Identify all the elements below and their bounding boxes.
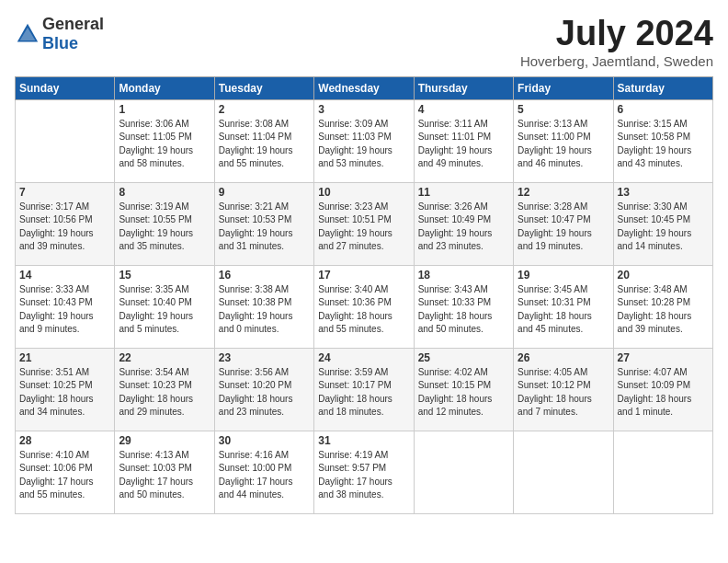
day-info: Sunrise: 4:05 AM Sunset: 10:12 PM Daylig… — [518, 366, 609, 419]
calendar-cell: 14Sunrise: 3:33 AM Sunset: 10:43 PM Dayl… — [16, 265, 115, 348]
day-info: Sunrise: 3:45 AM Sunset: 10:31 PM Daylig… — [518, 283, 609, 337]
day-info: Sunrise: 4:02 AM Sunset: 10:15 PM Daylig… — [418, 366, 509, 419]
page-header: General Blue July 2024 Hoverberg, Jaemtl… — [15, 15, 713, 69]
day-number: 11 — [418, 186, 509, 199]
day-number: 15 — [119, 269, 210, 282]
title-block: July 2024 Hoverberg, Jaemtland, Sweden — [520, 15, 713, 69]
day-number: 12 — [518, 186, 609, 199]
calendar-cell: 17Sunrise: 3:40 AM Sunset: 10:36 PM Dayl… — [314, 265, 414, 348]
calendar-cell — [613, 431, 712, 513]
day-number: 16 — [219, 269, 310, 282]
weekday-header-wednesday: Wednesday — [314, 76, 414, 99]
day-number: 17 — [318, 269, 409, 282]
day-info: Sunrise: 3:43 AM Sunset: 10:33 PM Daylig… — [418, 283, 509, 337]
day-info: Sunrise: 3:26 AM Sunset: 10:49 PM Daylig… — [418, 201, 509, 254]
day-info: Sunrise: 3:15 AM Sunset: 10:58 PM Daylig… — [618, 118, 709, 171]
calendar-cell: 19Sunrise: 3:45 AM Sunset: 10:31 PM Dayl… — [514, 265, 613, 348]
day-number: 3 — [318, 103, 409, 116]
day-number: 29 — [119, 434, 210, 447]
day-info: Sunrise: 4:16 AM Sunset: 10:00 PM Daylig… — [219, 449, 310, 502]
calendar-cell: 22Sunrise: 3:54 AM Sunset: 10:23 PM Dayl… — [115, 348, 214, 431]
calendar-cell: 16Sunrise: 3:38 AM Sunset: 10:38 PM Dayl… — [214, 265, 313, 348]
logo-icon — [15, 21, 40, 47]
day-number: 22 — [119, 351, 210, 364]
weekday-header-friday: Friday — [514, 76, 613, 99]
day-info: Sunrise: 3:19 AM Sunset: 10:55 PM Daylig… — [119, 201, 210, 254]
calendar-week-row: 7Sunrise: 3:17 AM Sunset: 10:56 PM Dayli… — [16, 182, 713, 265]
day-info: Sunrise: 4:07 AM Sunset: 10:09 PM Daylig… — [618, 366, 709, 419]
calendar-cell: 15Sunrise: 3:35 AM Sunset: 10:40 PM Dayl… — [115, 265, 214, 348]
day-number: 23 — [219, 351, 310, 364]
calendar-cell: 1Sunrise: 3:06 AM Sunset: 11:05 PM Dayli… — [115, 99, 214, 182]
day-info: Sunrise: 4:10 AM Sunset: 10:06 PM Daylig… — [19, 449, 110, 502]
day-info: Sunrise: 3:35 AM Sunset: 10:40 PM Daylig… — [119, 283, 210, 337]
day-number: 10 — [318, 186, 409, 199]
calendar-cell: 24Sunrise: 3:59 AM Sunset: 10:17 PM Dayl… — [314, 348, 414, 431]
calendar-week-row: 1Sunrise: 3:06 AM Sunset: 11:05 PM Dayli… — [16, 99, 713, 182]
calendar-cell: 25Sunrise: 4:02 AM Sunset: 10:15 PM Dayl… — [414, 348, 513, 431]
weekday-header-row: SundayMondayTuesdayWednesdayThursdayFrid… — [16, 76, 713, 99]
day-number: 28 — [19, 434, 110, 447]
day-number: 24 — [318, 351, 409, 364]
day-number: 21 — [19, 351, 110, 364]
day-info: Sunrise: 3:08 AM Sunset: 11:04 PM Daylig… — [219, 118, 310, 171]
day-number: 27 — [618, 351, 709, 364]
calendar-cell: 13Sunrise: 3:30 AM Sunset: 10:45 PM Dayl… — [613, 182, 712, 265]
calendar-cell: 7Sunrise: 3:17 AM Sunset: 10:56 PM Dayli… — [16, 182, 115, 265]
calendar-cell: 12Sunrise: 3:28 AM Sunset: 10:47 PM Dayl… — [514, 182, 613, 265]
calendar-cell: 21Sunrise: 3:51 AM Sunset: 10:25 PM Dayl… — [16, 348, 115, 431]
day-number: 20 — [618, 269, 709, 282]
logo-general-text: General — [42, 15, 104, 33]
weekday-header-thursday: Thursday — [414, 76, 513, 99]
day-info: Sunrise: 3:48 AM Sunset: 10:28 PM Daylig… — [618, 283, 709, 337]
day-number: 19 — [518, 269, 609, 282]
day-number: 5 — [518, 103, 609, 116]
day-number: 18 — [418, 269, 509, 282]
day-number: 26 — [518, 351, 609, 364]
calendar-cell: 27Sunrise: 4:07 AM Sunset: 10:09 PM Dayl… — [613, 348, 712, 431]
calendar-cell: 26Sunrise: 4:05 AM Sunset: 10:12 PM Dayl… — [514, 348, 613, 431]
calendar-cell: 23Sunrise: 3:56 AM Sunset: 10:20 PM Dayl… — [214, 348, 313, 431]
day-info: Sunrise: 3:54 AM Sunset: 10:23 PM Daylig… — [119, 366, 210, 419]
day-info: Sunrise: 3:21 AM Sunset: 10:53 PM Daylig… — [219, 201, 310, 254]
day-number: 30 — [219, 434, 310, 447]
day-number: 4 — [418, 103, 509, 116]
calendar-cell: 3Sunrise: 3:09 AM Sunset: 11:03 PM Dayli… — [314, 99, 414, 182]
calendar-cell: 9Sunrise: 3:21 AM Sunset: 10:53 PM Dayli… — [214, 182, 313, 265]
calendar-cell: 10Sunrise: 3:23 AM Sunset: 10:51 PM Dayl… — [314, 182, 414, 265]
day-number: 13 — [618, 186, 709, 199]
day-info: Sunrise: 3:17 AM Sunset: 10:56 PM Daylig… — [19, 201, 110, 254]
location-subtitle: Hoverberg, Jaemtland, Sweden — [520, 53, 713, 69]
weekday-header-saturday: Saturday — [613, 76, 712, 99]
day-number: 7 — [19, 186, 110, 199]
day-number: 9 — [219, 186, 310, 199]
weekday-header-tuesday: Tuesday — [214, 76, 313, 99]
day-info: Sunrise: 3:13 AM Sunset: 11:00 PM Daylig… — [518, 118, 609, 171]
calendar-cell: 4Sunrise: 3:11 AM Sunset: 11:01 PM Dayli… — [414, 99, 513, 182]
calendar-cell — [514, 431, 613, 513]
day-info: Sunrise: 3:06 AM Sunset: 11:05 PM Daylig… — [119, 118, 210, 171]
day-info: Sunrise: 3:56 AM Sunset: 10:20 PM Daylig… — [219, 366, 310, 419]
calendar-cell: 30Sunrise: 4:16 AM Sunset: 10:00 PM Dayl… — [214, 431, 313, 513]
calendar-cell: 20Sunrise: 3:48 AM Sunset: 10:28 PM Dayl… — [613, 265, 712, 348]
day-number: 14 — [19, 269, 110, 282]
day-number: 2 — [219, 103, 310, 116]
day-info: Sunrise: 3:51 AM Sunset: 10:25 PM Daylig… — [19, 366, 110, 419]
day-number: 31 — [318, 434, 409, 447]
month-year-title: July 2024 — [520, 15, 713, 53]
calendar-cell: 2Sunrise: 3:08 AM Sunset: 11:04 PM Dayli… — [214, 99, 313, 182]
day-info: Sunrise: 4:13 AM Sunset: 10:03 PM Daylig… — [119, 449, 210, 502]
day-number: 6 — [618, 103, 709, 116]
day-number: 8 — [119, 186, 210, 199]
calendar-cell: 11Sunrise: 3:26 AM Sunset: 10:49 PM Dayl… — [414, 182, 513, 265]
calendar-cell — [414, 431, 513, 513]
calendar-cell: 8Sunrise: 3:19 AM Sunset: 10:55 PM Dayli… — [115, 182, 214, 265]
calendar-cell — [16, 99, 115, 182]
calendar-table: SundayMondayTuesdayWednesdayThursdayFrid… — [15, 76, 713, 514]
day-number: 25 — [418, 351, 509, 364]
calendar-cell: 29Sunrise: 4:13 AM Sunset: 10:03 PM Dayl… — [115, 431, 214, 513]
weekday-header-monday: Monday — [115, 76, 214, 99]
day-info: Sunrise: 3:28 AM Sunset: 10:47 PM Daylig… — [518, 201, 609, 254]
calendar-cell: 28Sunrise: 4:10 AM Sunset: 10:06 PM Dayl… — [16, 431, 115, 513]
weekday-header-sunday: Sunday — [16, 76, 115, 99]
